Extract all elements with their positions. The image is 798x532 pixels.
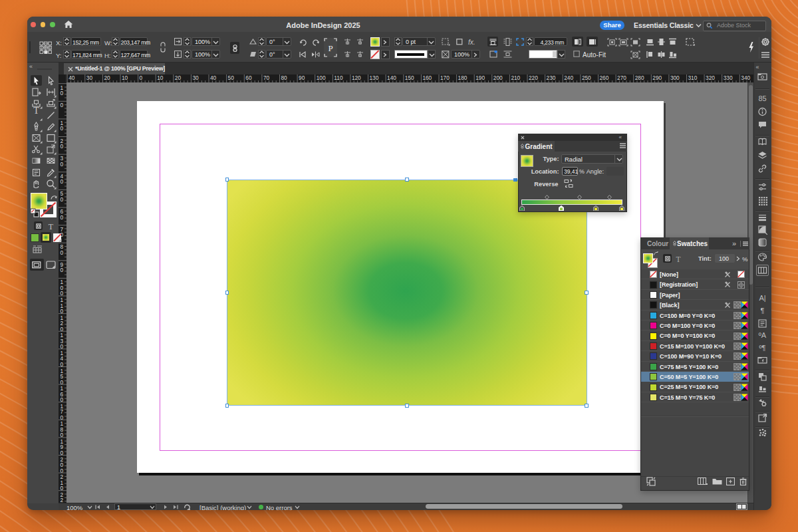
svg-text:180: 180 xyxy=(458,74,467,81)
svg-text:240: 240 xyxy=(564,74,573,81)
svg-text:º¶: º¶ xyxy=(759,344,765,352)
svg-text:300: 300 xyxy=(670,74,680,81)
svg-text:10: 10 xyxy=(122,74,128,81)
svg-text:0: 0 xyxy=(61,102,64,108)
svg-text:20: 20 xyxy=(175,74,182,81)
svg-text:150: 150 xyxy=(405,74,414,81)
svg-text:190: 190 xyxy=(475,74,485,81)
svg-text:80: 80 xyxy=(281,74,288,81)
svg-text:270: 270 xyxy=(617,74,626,81)
svg-text:ºA: ºA xyxy=(758,331,766,339)
svg-text:0: 0 xyxy=(61,249,64,256)
svg-text:130: 130 xyxy=(370,74,379,81)
svg-text:0: 0 xyxy=(61,161,64,168)
svg-text:30: 30 xyxy=(192,74,199,81)
svg-text:30: 30 xyxy=(86,74,93,81)
svg-text:90: 90 xyxy=(299,74,305,81)
svg-text:0: 0 xyxy=(61,214,64,221)
svg-text:250: 250 xyxy=(582,74,591,81)
svg-text:170: 170 xyxy=(440,74,450,81)
svg-text:100: 100 xyxy=(317,74,326,81)
svg-text:0: 0 xyxy=(61,267,64,273)
svg-text:0: 0 xyxy=(61,178,64,185)
svg-text:120: 120 xyxy=(352,74,361,81)
svg-text:10: 10 xyxy=(157,74,164,81)
svg-text:40: 40 xyxy=(68,74,75,81)
svg-text:160: 160 xyxy=(422,74,432,81)
svg-text:0: 0 xyxy=(61,125,64,132)
svg-text:85: 85 xyxy=(758,94,766,102)
svg-text:60: 60 xyxy=(245,74,252,81)
svg-text:320: 320 xyxy=(706,74,715,81)
svg-text:0: 0 xyxy=(61,196,64,203)
svg-text:0: 0 xyxy=(61,143,64,150)
svg-text:340: 340 xyxy=(741,74,750,81)
svg-text:140: 140 xyxy=(387,74,396,81)
svg-text:0: 0 xyxy=(61,90,64,96)
svg-text:40: 40 xyxy=(210,74,217,81)
svg-text:200: 200 xyxy=(493,74,503,81)
svg-text:260: 260 xyxy=(600,74,609,81)
svg-text:280: 280 xyxy=(635,74,644,81)
svg-text:210: 210 xyxy=(511,74,520,81)
svg-text:¶: ¶ xyxy=(760,307,764,315)
svg-text:0: 0 xyxy=(140,74,143,81)
svg-text:230: 230 xyxy=(547,74,556,81)
svg-text:330: 330 xyxy=(724,74,733,81)
svg-text:110: 110 xyxy=(334,74,343,81)
svg-text:70: 70 xyxy=(263,74,270,81)
svg-text:290: 290 xyxy=(652,74,662,81)
svg-text:50: 50 xyxy=(228,74,235,81)
svg-text:A|: A| xyxy=(759,294,765,302)
svg-text:220: 220 xyxy=(529,74,538,81)
svg-text:310: 310 xyxy=(688,74,698,81)
svg-text:20: 20 xyxy=(104,74,110,81)
